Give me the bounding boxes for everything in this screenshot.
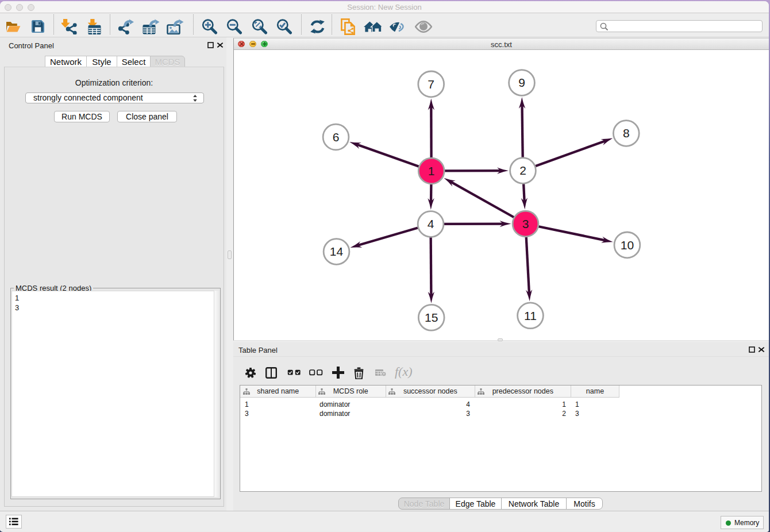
svg-text:1: 1	[428, 164, 435, 178]
svg-text:11: 11	[524, 309, 537, 322]
svg-text:4: 4	[428, 217, 434, 230]
svg-text:14: 14	[330, 245, 344, 258]
svg-text:9: 9	[518, 76, 525, 89]
svg-text:2: 2	[519, 164, 526, 177]
svg-text:15: 15	[425, 311, 438, 324]
svg-text:7: 7	[428, 78, 434, 91]
svg-text:6: 6	[333, 130, 340, 144]
svg-text:10: 10	[621, 238, 634, 252]
svg-text:3: 3	[522, 217, 529, 230]
svg-text:8: 8	[623, 126, 630, 140]
